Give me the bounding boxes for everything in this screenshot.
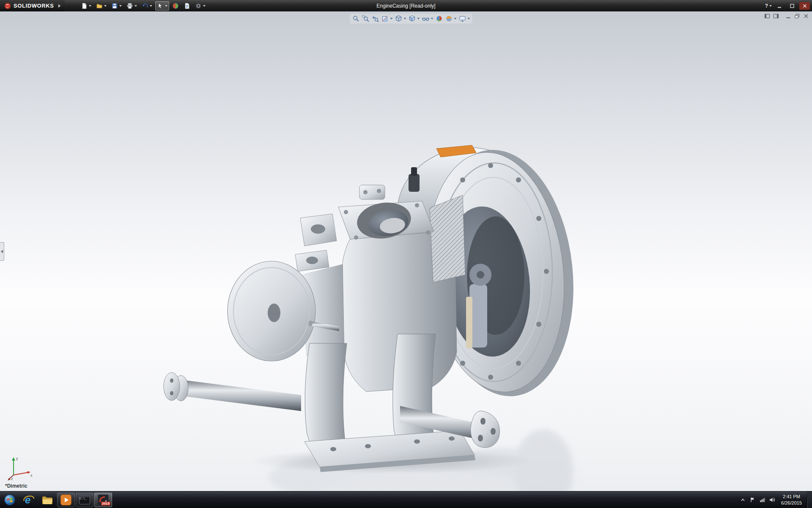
- new-document-button[interactable]: [79, 1, 93, 11]
- chevron-down-icon[interactable]: [467, 18, 470, 19]
- doc-restore-icon[interactable]: [794, 13, 800, 19]
- taskbar-app-command-prompt[interactable]: C:\_: [76, 493, 93, 507]
- titlebar-right-controls: ?: [765, 2, 812, 10]
- command-prompt-glyph: C:\_: [80, 497, 87, 500]
- chevron-down-icon[interactable]: [134, 5, 137, 7]
- start-button[interactable]: [0, 491, 19, 508]
- close-icon: [802, 3, 808, 9]
- file-properties-icon: [184, 3, 190, 9]
- hide-show-items-button[interactable]: [421, 14, 433, 23]
- reference-triad: y x z: [7, 453, 35, 481]
- system-tray: 2:41 PM 6/26/2015: [740, 494, 807, 506]
- edit-appearance-button[interactable]: [435, 14, 443, 23]
- left-support-rod: [164, 373, 301, 411]
- triad-x-label: x: [30, 473, 33, 478]
- save-button[interactable]: [110, 1, 123, 11]
- network-icon[interactable]: [759, 497, 765, 503]
- view-settings-icon: [458, 15, 466, 22]
- chevron-down-icon[interactable]: [119, 5, 122, 7]
- triad-z-label: z: [11, 477, 13, 481]
- engine-casing-model[interactable]: [161, 135, 579, 491]
- windows-taskbar: e C:\_ 2015: [0, 491, 812, 508]
- standard-toolbar: [79, 1, 207, 11]
- help-button[interactable]: ?: [765, 3, 772, 9]
- chevron-down-icon[interactable]: [454, 18, 456, 19]
- minimize-window-button[interactable]: [774, 2, 785, 10]
- featuremanager-pane-icon[interactable]: [764, 13, 770, 19]
- undo-button[interactable]: [140, 1, 154, 11]
- chevron-down-icon[interactable]: [431, 18, 433, 19]
- app-titlebar: SOLIDWORKS: [0, 0, 812, 11]
- action-center-flag-icon[interactable]: [749, 497, 756, 503]
- menu-expand-chevron[interactable]: [58, 4, 60, 8]
- view-orientation-cube-icon: [395, 15, 402, 22]
- section-view-button[interactable]: [381, 14, 393, 23]
- chevron-down-icon[interactable]: [417, 18, 420, 19]
- clock-date: 6/26/2015: [781, 500, 802, 506]
- apply-scene-sphere-icon: [445, 15, 453, 22]
- options-button[interactable]: [193, 1, 207, 11]
- maximize-window-button[interactable]: [787, 2, 797, 10]
- previous-view-icon: [371, 15, 379, 22]
- previous-view-button[interactable]: [371, 14, 379, 23]
- doc-minimize-icon[interactable]: [785, 13, 791, 19]
- graphics-area[interactable]: y x z *Dimetric: [0, 11, 812, 491]
- solidworks-version-badge: 2015: [101, 502, 110, 505]
- hide-show-glasses-icon: [422, 15, 429, 22]
- media-player-icon: [60, 494, 72, 506]
- chevron-left-icon: [1, 250, 3, 253]
- show-hidden-icons-button[interactable]: [740, 497, 746, 503]
- select-tool-button[interactable]: [155, 1, 169, 11]
- taskbar-app-windows-explorer[interactable]: [38, 493, 56, 507]
- brand-text: SOLIDWORKS: [14, 3, 54, 9]
- collapsed-pane-tab[interactable]: [0, 242, 4, 261]
- display-pane-icon[interactable]: [773, 13, 779, 19]
- internet-explorer-icon: e: [23, 494, 35, 506]
- open-folder-icon: [96, 3, 103, 9]
- close-window-button[interactable]: [799, 2, 810, 10]
- volume-icon[interactable]: [769, 497, 775, 503]
- cover-hub-hole: [268, 304, 280, 322]
- taskbar-app-media-player[interactable]: [57, 493, 75, 507]
- chevron-down-icon[interactable]: [203, 5, 206, 7]
- rebuild-button[interactable]: [170, 1, 181, 11]
- taskbar-app-internet-explorer[interactable]: e: [20, 493, 38, 507]
- chevron-down-icon[interactable]: [769, 5, 772, 7]
- print-button[interactable]: [125, 1, 139, 11]
- undo-icon: [142, 3, 148, 9]
- engine-mount-bracket: [295, 214, 337, 271]
- sensor-cap: [411, 167, 417, 176]
- save-icon: [111, 3, 118, 9]
- zoom-to-area-icon: [362, 15, 369, 22]
- file-properties-button[interactable]: [182, 1, 192, 11]
- chevron-down-icon[interactable]: [89, 5, 91, 7]
- heads-up-toolbar: [350, 14, 472, 24]
- section-hatch-face: [430, 195, 465, 282]
- open-button[interactable]: [94, 1, 108, 11]
- window-title: EngineCasing [Read-only]: [376, 3, 435, 9]
- zoom-to-fit-button[interactable]: [351, 14, 360, 23]
- chevron-down-icon[interactable]: [150, 5, 152, 7]
- solidworks-logo: SOLIDWORKS: [0, 0, 65, 11]
- display-style-button[interactable]: [408, 14, 420, 23]
- help-label: ?: [765, 3, 768, 9]
- chevron-down-icon[interactable]: [403, 18, 406, 19]
- view-settings-button[interactable]: [458, 14, 470, 23]
- show-desktop-button[interactable]: [807, 491, 812, 508]
- windows-orb-icon: [4, 494, 16, 506]
- chevron-down-icon[interactable]: [165, 5, 167, 7]
- select-cursor-icon: [157, 3, 164, 9]
- view-orientation-button[interactable]: [394, 14, 406, 23]
- chevron-down-icon[interactable]: [104, 5, 107, 7]
- maximize-icon: [789, 3, 795, 9]
- chevron-down-icon[interactable]: [390, 18, 392, 19]
- minimize-icon: [776, 3, 782, 9]
- taskbar-clock[interactable]: 2:41 PM 6/26/2015: [779, 494, 804, 506]
- taskbar-app-solidworks[interactable]: 2015: [94, 493, 112, 507]
- doc-close-icon[interactable]: [803, 13, 809, 19]
- zoom-to-area-button[interactable]: [361, 14, 370, 23]
- apply-scene-button[interactable]: [444, 14, 457, 23]
- print-icon: [126, 3, 133, 9]
- triad-y-label: y: [16, 456, 18, 461]
- section-view-icon: [381, 15, 389, 22]
